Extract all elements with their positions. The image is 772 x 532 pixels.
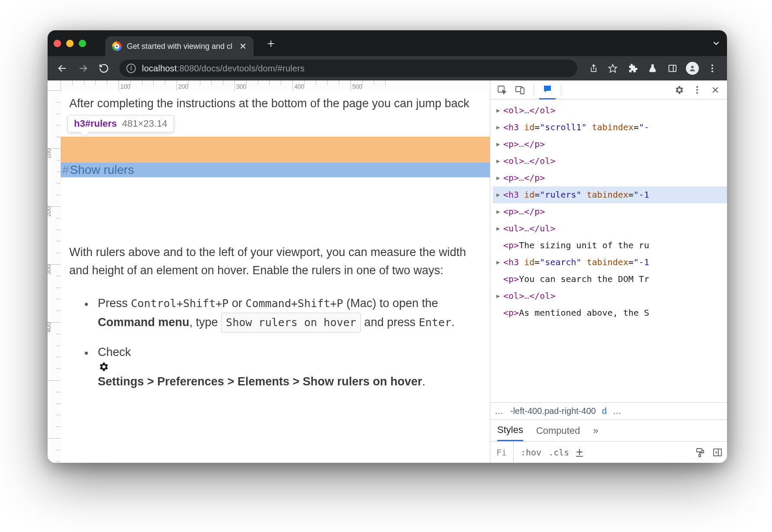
svg-point-5 bbox=[691, 66, 694, 68]
dom-row[interactable]: ▶<ul>…</ul> bbox=[493, 220, 727, 237]
tab-close-icon[interactable]: ✕ bbox=[239, 41, 247, 51]
panel-toggle-icon[interactable] bbox=[712, 447, 723, 458]
labs-icon[interactable] bbox=[644, 60, 661, 77]
svg-rect-11 bbox=[697, 449, 702, 452]
ruler-corner bbox=[48, 80, 61, 90]
dom-row[interactable]: ▶<ol>…</ol> bbox=[493, 153, 727, 170]
devtools-header bbox=[490, 80, 727, 99]
extensions-icon[interactable] bbox=[624, 60, 641, 77]
dom-row[interactable]: ▶<h3 id="scroll1" tabindex="- bbox=[493, 119, 727, 136]
page-body: After completing the instructions at the… bbox=[61, 90, 490, 463]
address-bar[interactable]: i localhost:8080/docs/devtools/dom/#rule… bbox=[119, 60, 577, 77]
paint-icon[interactable] bbox=[695, 447, 705, 458]
bookmark-icon[interactable] bbox=[604, 60, 621, 77]
svg-rect-8 bbox=[521, 88, 524, 94]
new-rule-button[interactable]: + bbox=[576, 448, 583, 456]
dom-row[interactable]: ▶<ol>…</ol> bbox=[493, 102, 727, 119]
tooltip-selector: h3#rulers bbox=[74, 118, 117, 129]
tab-title: Get started with viewing and cl bbox=[127, 42, 232, 51]
tooltip-dimensions: 481×23.14 bbox=[122, 118, 167, 129]
svg-marker-2 bbox=[609, 64, 617, 72]
browser-tab[interactable]: Get started with viewing and cl ✕ bbox=[105, 36, 254, 56]
tab-computed[interactable]: Computed bbox=[536, 421, 580, 441]
window-controls bbox=[54, 40, 86, 47]
svg-rect-12 bbox=[699, 455, 701, 457]
content-split: 100200300400500 100200300400 h3#rulers 4… bbox=[48, 80, 727, 463]
tab-styles[interactable]: Styles bbox=[497, 420, 523, 441]
hov-toggle[interactable]: :hov bbox=[521, 447, 541, 458]
device-toolbar-icon[interactable] bbox=[512, 83, 528, 97]
fullscreen-window-button[interactable] bbox=[79, 40, 86, 47]
minimize-window-button[interactable] bbox=[66, 40, 74, 47]
site-info-icon[interactable]: i bbox=[126, 64, 136, 73]
styles-tabs: Styles Computed » bbox=[490, 420, 727, 441]
dom-row-selected[interactable]: ▶<h3 id="rulers" tabindex="-1 bbox=[493, 186, 727, 203]
devtools-menu-icon[interactable] bbox=[689, 83, 705, 97]
tabs-more-icon[interactable]: » bbox=[593, 425, 598, 436]
dom-row[interactable]: ▶<p>…</p> bbox=[493, 136, 727, 153]
inspect-element-icon[interactable] bbox=[494, 83, 510, 97]
devtools-close-icon[interactable] bbox=[707, 83, 724, 97]
dom-row[interactable]: <p>As mentioned above, the S bbox=[493, 304, 727, 321]
crumb-more-right[interactable]: … bbox=[613, 406, 622, 416]
crumb-more-left[interactable]: … bbox=[495, 406, 504, 416]
browser-toolbar: i localhost:8080/docs/devtools/dom/#rule… bbox=[48, 56, 727, 80]
forward-button[interactable] bbox=[74, 60, 92, 77]
dom-row[interactable]: <p>You can search the DOM Tr bbox=[493, 271, 727, 288]
element-tooltip: h3#rulers 481×23.14 bbox=[68, 115, 174, 132]
toolbar-right bbox=[584, 60, 721, 77]
dom-row[interactable]: ▶<p>…</p> bbox=[493, 170, 727, 186]
page-viewport: 100200300400500 100200300400 h3#rulers 4… bbox=[48, 80, 490, 463]
paragraph-desc: With rulers above and to the left of you… bbox=[69, 244, 481, 280]
gear-icon bbox=[98, 361, 481, 372]
list-item: Check Settings > Preferences > Elements … bbox=[93, 343, 481, 391]
titlebar: Get started with viewing and cl ✕ ＋ bbox=[48, 30, 727, 56]
crumb-selected[interactable]: d bbox=[602, 406, 607, 416]
chrome-favicon-icon bbox=[112, 42, 122, 51]
url-text: localhost:8080/docs/devtools/dom/#rulers bbox=[142, 64, 305, 74]
devtools-panel: ▶<ol>…</ol> ▶<h3 id="scroll1" tabindex="… bbox=[490, 80, 727, 463]
instructions-list: Press Control+Shift+P or Command+Shift+P… bbox=[93, 294, 481, 391]
ruler-vertical: 100200300400 bbox=[48, 90, 61, 463]
share-icon[interactable] bbox=[584, 60, 602, 77]
new-tab-button[interactable]: ＋ bbox=[265, 35, 277, 51]
dom-row[interactable]: ▶<h3 id="search" tabindex="-1 bbox=[493, 254, 727, 271]
styles-filter-bar: Fi :hov .cls + bbox=[490, 441, 727, 463]
dom-row[interactable]: ▶<p>…</p> bbox=[493, 203, 727, 220]
dom-tree[interactable]: ▶<ol>…</ol> ▶<h3 id="scroll1" tabindex="… bbox=[490, 99, 727, 402]
list-item: Press Control+Shift+P or Command+Shift+P… bbox=[93, 294, 481, 332]
browser-menu-icon[interactable] bbox=[704, 60, 721, 77]
breadcrumb[interactable]: … -left-400.pad-right-400 d … bbox=[490, 402, 727, 420]
dom-row[interactable]: <p>The sizing unit of the ru bbox=[493, 237, 727, 254]
svg-rect-13 bbox=[714, 449, 721, 456]
dom-row[interactable]: ▶<ol>…</ol> bbox=[493, 288, 727, 304]
filter-input[interactable]: Fi bbox=[495, 442, 514, 463]
svg-rect-3 bbox=[669, 65, 676, 72]
browser-window: Get started with viewing and cl ✕ ＋ i lo… bbox=[48, 30, 727, 463]
tabs-overflow-icon[interactable] bbox=[711, 38, 721, 48]
reload-button[interactable] bbox=[95, 60, 113, 77]
close-window-button[interactable] bbox=[54, 40, 61, 47]
settings-icon[interactable] bbox=[671, 83, 687, 97]
crumb-class[interactable]: -left-400.pad-right-400 bbox=[510, 406, 596, 416]
side-panel-icon[interactable] bbox=[664, 60, 681, 77]
back-button[interactable] bbox=[54, 60, 71, 77]
elements-tab-icon[interactable] bbox=[539, 80, 556, 99]
profile-avatar[interactable] bbox=[684, 60, 701, 77]
ruler-horizontal: 100200300400500 bbox=[61, 80, 490, 90]
cls-toggle[interactable]: .cls bbox=[548, 447, 569, 458]
